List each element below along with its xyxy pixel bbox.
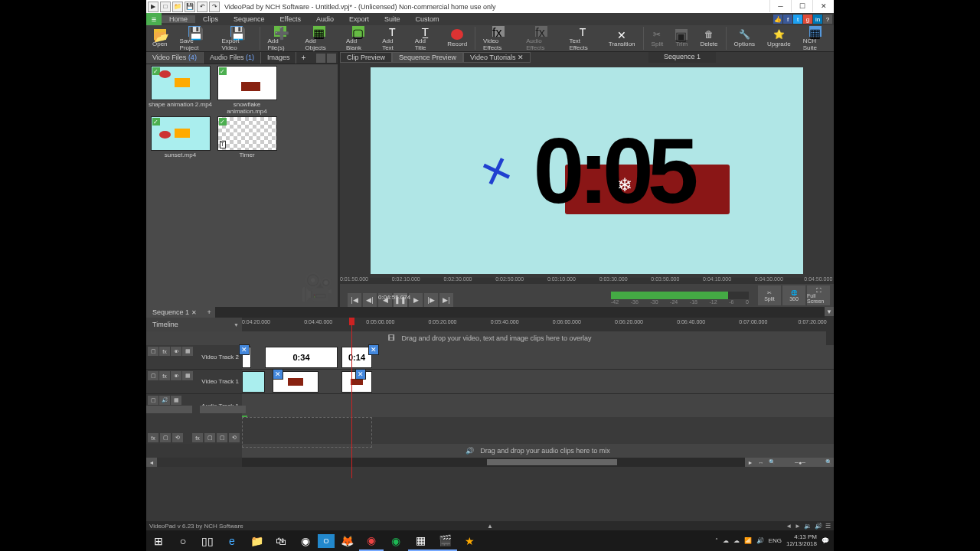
vscroll[interactable] <box>826 331 834 345</box>
like-icon[interactable]: 👍 <box>773 15 782 24</box>
expand-arrow[interactable]: ▲ <box>487 523 493 530</box>
split-button[interactable]: ✂Split <box>645 25 669 52</box>
tray-chevron[interactable]: ˄ <box>715 537 718 544</box>
twitter-icon[interactable]: t <box>793 15 802 24</box>
scroll-right[interactable]: ► <box>745 458 756 467</box>
tl-btn[interactable]: ▢ <box>217 433 227 442</box>
tl-btn[interactable]: ⟲ <box>229 433 240 442</box>
edge-icon[interactable]: e <box>220 530 244 551</box>
add-files-button[interactable]: ➕Add File(s) <box>261 25 299 52</box>
tab-video-tutorials[interactable]: Video Tutorials ✕ <box>463 52 531 63</box>
language-indicator[interactable]: ENG <box>769 537 782 544</box>
nav-right[interactable]: ► <box>795 523 801 530</box>
facebook-icon[interactable]: f <box>783 15 792 24</box>
transition-icon[interactable]: ✕ <box>239 344 250 355</box>
preview-split-button[interactable]: ✂Split <box>758 285 781 305</box>
track-lock[interactable]: ▢ <box>148 347 158 356</box>
timeline-collapse[interactable]: ▼ <box>825 307 834 316</box>
bin-tab-add[interactable]: + <box>296 52 310 64</box>
track-solo[interactable]: ▦ <box>171 396 181 405</box>
track-more[interactable]: ▦ <box>182 371 193 380</box>
video-effects-button[interactable]: fxVideo Effects <box>477 25 520 52</box>
track-content[interactable] <box>242 394 834 417</box>
menu-home[interactable]: Home <box>162 15 195 23</box>
bin-view-grid[interactable] <box>316 54 325 63</box>
explorer-icon[interactable]: 📁 <box>244 530 269 551</box>
chrome-icon[interactable]: ◉ <box>293 530 318 551</box>
menu-audio[interactable]: Audio <box>309 15 341 23</box>
linkedin-icon[interactable]: in <box>813 15 822 24</box>
scroll-thumb[interactable] <box>487 459 617 465</box>
new-icon[interactable]: □ <box>160 2 171 12</box>
options-button[interactable]: 🔧Options <box>727 25 761 52</box>
timeline-tab-seq1[interactable]: Sequence 1✕ <box>146 307 203 318</box>
track-lock[interactable]: ▢ <box>148 396 158 405</box>
maximize-button[interactable]: ☐ <box>791 0 812 12</box>
mini-timeline[interactable]: 0:01:50.000 0:02:10.000 0:02:30.000 0:02… <box>340 278 834 284</box>
bin-item[interactable]: ✓ sunset.mp4 <box>148 116 213 158</box>
track-content[interactable]: 0:34 0:14 ✕ ✕ <box>242 345 834 369</box>
taskbar-app-1[interactable]: ◉ <box>359 530 384 551</box>
scroll-left[interactable]: ◄ <box>146 458 157 467</box>
save-icon[interactable]: 💾 <box>185 2 195 12</box>
tl-btn[interactable]: ▢ <box>204 433 215 442</box>
track-more[interactable]: ▦ <box>182 347 193 356</box>
bin-view-list[interactable] <box>327 54 336 63</box>
google-icon[interactable]: g <box>803 15 812 24</box>
track-fx[interactable]: fx <box>159 371 170 380</box>
task-view-button[interactable]: ▯▯ <box>195 530 220 551</box>
forward-button[interactable]: ▶ <box>409 293 423 307</box>
volume-icon[interactable]: 🔊 <box>756 537 764 544</box>
clip-timer-014[interactable]: 0:14 <box>341 347 372 368</box>
track-fx[interactable]: fx <box>159 347 170 356</box>
cortana-button[interactable]: ○ <box>171 530 195 551</box>
tl-btn[interactable]: ⟲ <box>172 433 183 442</box>
open-button[interactable]: 📂Open <box>146 25 174 52</box>
transition-icon[interactable]: ✕ <box>355 369 366 380</box>
text-effects-button[interactable]: TText Effects <box>563 25 602 52</box>
open-icon[interactable]: 📁 <box>172 2 183 12</box>
export-video-button[interactable]: 💾Export Video <box>215 25 257 52</box>
track-visible[interactable]: 👁 <box>171 347 181 356</box>
help-icon[interactable]: ? <box>823 15 832 24</box>
timeline-ruler[interactable]: 0:04:20.000 0:04:40.000 0:05:00.000 0:05… <box>242 318 834 331</box>
taskbar-app-3[interactable]: ★ <box>457 530 482 551</box>
vol-down-icon[interactable]: 🔉 <box>804 523 812 530</box>
undo-icon[interactable]: ↶ <box>197 2 207 12</box>
menu-custom[interactable]: Custom <box>408 15 447 23</box>
timeline-tab-add[interactable]: + <box>203 307 215 318</box>
clock[interactable]: 4:13 PM 12/13/2018 <box>786 534 817 548</box>
add-blank-button[interactable]: ▢Add Blank <box>340 25 376 52</box>
upgrade-button[interactable]: ⭐Upgrade <box>761 25 797 52</box>
onedrive-icon[interactable]: ☁ <box>733 537 740 544</box>
timeline-hscroll[interactable]: ◄ ► ↔ 🔍 ─●─ 🔍 <box>146 458 834 467</box>
menu-export[interactable]: Export <box>341 15 377 23</box>
record-button[interactable]: Record <box>441 25 473 52</box>
nch-suite-button[interactable]: ▦NCH Suite <box>797 25 834 52</box>
zoom-fit[interactable]: ↔ <box>756 458 766 467</box>
bin-item[interactable]: ✓ shape animation 2.mp4 <box>148 66 213 115</box>
bin-item[interactable]: ✓ snowflake animation.mp4 <box>214 66 279 115</box>
transition-icon[interactable]: ✕ <box>273 369 283 380</box>
wifi-icon[interactable]: 📶 <box>744 537 752 544</box>
overlay-drop-zone[interactable]: 🎞Drag and drop your video, text and imag… <box>146 331 834 345</box>
goto-end-button[interactable]: ▶| <box>439 293 453 307</box>
notifications-icon[interactable]: 💬 <box>822 537 829 544</box>
delete-button[interactable]: 🗑Delete <box>694 25 724 52</box>
close-button[interactable]: ✕ <box>812 0 834 12</box>
add-text-button[interactable]: TAdd Text <box>376 25 409 52</box>
transition-button[interactable]: ✕Transition <box>603 25 642 52</box>
firefox-icon[interactable]: 🦊 <box>335 530 359 551</box>
hamburger-menu[interactable]: ≡ <box>146 13 162 25</box>
next-frame-button[interactable]: |▶ <box>424 293 438 307</box>
track-lock[interactable]: ▢ <box>148 371 158 380</box>
volume-slider[interactable] <box>146 406 192 413</box>
add-title-button[interactable]: T̲Add Title <box>409 25 442 52</box>
nav-left[interactable]: ◄ <box>786 523 792 530</box>
redo-icon[interactable]: ↷ <box>209 2 220 12</box>
track-visible[interactable]: 👁 <box>171 371 181 380</box>
vol-up-icon[interactable]: 🔊 <box>815 523 822 530</box>
menu-sequence[interactable]: Sequence <box>226 15 273 23</box>
tl-btn[interactable]: fx <box>192 433 203 442</box>
fullscreen-button[interactable]: ⛶Full Screen <box>807 285 830 305</box>
